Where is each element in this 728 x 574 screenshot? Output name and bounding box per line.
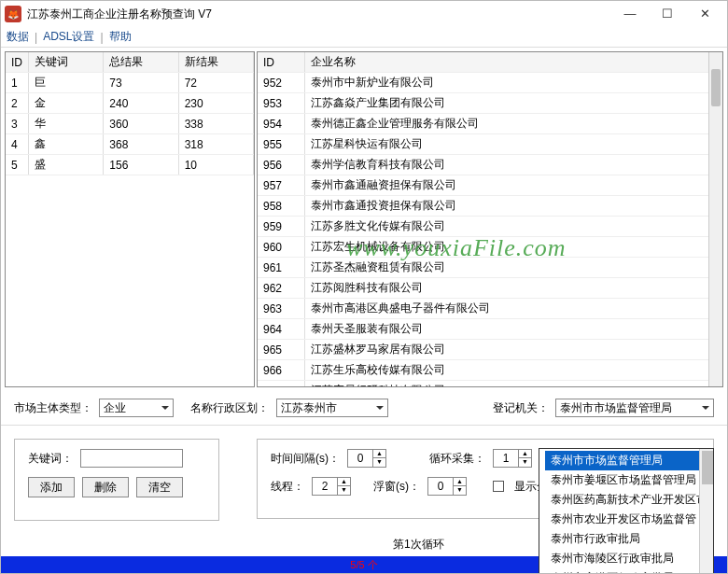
float-stepper[interactable]: 0▲▼ [427,477,467,496]
keyword-table-pane[interactable]: ID关键词总结果新结果 1巨73722金2402303华3603384鑫3683… [5,51,255,387]
dropdown-option[interactable]: 泰州市姜堰区市场监督管理局 [545,470,707,490]
table-row[interactable]: 960江苏宏生机械设备有限公司 [258,237,722,258]
loop-label: 循环采集： [429,451,485,467]
table-row[interactable]: 3华360338 [6,114,254,134]
menu-data[interactable]: 数据 [7,29,29,45]
dropdown-scrollbar[interactable] [699,449,713,574]
column-header[interactable]: 总结果 [104,52,178,73]
table-row[interactable]: 962江苏阅胜科技有限公司 [258,278,722,299]
table-row[interactable]: 1巨7372 [6,73,254,93]
table-row[interactable]: 967江苏宏晟行研科技有限公司 [258,381,722,388]
table-row[interactable]: 961江苏圣杰融资租赁有限公司 [258,258,722,278]
delete-button[interactable]: 删除 [82,477,129,497]
interval-stepper[interactable]: 0▲▼ [347,449,386,468]
show-all-checkbox[interactable] [493,481,504,492]
column-header[interactable]: 新结果 [178,52,253,73]
table-row[interactable]: 4鑫368318 [6,134,254,155]
menu-help[interactable]: 帮助 [109,29,132,45]
dropdown-option[interactable]: 泰州市高港区行政审批局 [545,568,707,574]
add-button[interactable]: 添加 [28,477,75,497]
table-row[interactable]: 956泰州学信教育科技有限公司 [258,155,722,175]
maximize-button[interactable]: ☐ [649,1,686,27]
minimize-button[interactable]: — [611,1,649,27]
table-row[interactable]: 964泰州天圣服装有限公司 [258,319,722,340]
registry-select[interactable]: 泰州市市场监督管理局 [555,399,714,417]
column-header[interactable]: 企业名称 [304,52,722,73]
table-row[interactable]: 959江苏多胜文化传媒有限公司 [258,217,722,237]
clear-button[interactable]: 清空 [136,477,183,497]
table-row[interactable]: 953江苏鑫焱产业集团有限公司 [258,93,722,114]
division-label: 名称行政区划： [190,401,269,414]
table-row[interactable]: 958泰州市鑫通投资担保有限公司 [258,196,722,217]
loop-stepper[interactable]: 1▲▼ [493,449,532,468]
type-label: 市场主体类型： [14,401,92,414]
dropdown-option[interactable]: 泰州市农业开发区市场监督管 [545,510,707,529]
keyword-label: 关键词： [28,451,73,467]
column-header[interactable]: ID [6,52,29,73]
filters-row: 市场主体类型： 企业 名称行政区划： 江苏泰州市 登记机关： 泰州市市场监督管理… [1,391,727,426]
table-row[interactable]: 965江苏盛林罗马家居有限公司 [258,340,722,360]
close-button[interactable]: ✕ [686,1,723,27]
table-row[interactable]: 2金240230 [6,93,254,114]
scrollbar[interactable] [708,52,722,386]
interval-label: 时间间隔(s)： [271,451,340,467]
float-label: 浮窗(s)： [373,479,420,495]
menu-adsl[interactable]: ADSL设置 [43,29,94,45]
column-header[interactable]: 关键词 [29,52,104,73]
titlebar: 🦊 江苏泰州工商企业注册名称预查询 V7 — ☐ ✕ [1,1,727,27]
registry-label: 登记机关： [493,401,549,414]
window-title: 江苏泰州工商企业注册名称预查询 V7 [27,7,611,22]
table-row[interactable]: 5盛15610 [6,155,254,175]
keyword-table: ID关键词总结果新结果 1巨73722金2402303华3603384鑫3683… [6,52,254,175]
dropdown-option[interactable]: 泰州市行政审批局 [545,529,707,549]
table-row[interactable]: 954泰州德正鑫企业管理服务有限公司 [258,114,722,134]
thread-stepper[interactable]: 2▲▼ [312,477,351,496]
column-header[interactable]: ID [258,52,304,73]
table-row[interactable]: 952泰州市中新炉业有限公司 [258,73,722,93]
app-icon: 🦊 [5,6,21,22]
dropdown-option[interactable]: 泰州市市场监督管理局 [545,451,707,470]
company-table: ID企业名称 952泰州市中新炉业有限公司953江苏鑫焱产业集团有限公司954泰… [258,52,722,387]
table-row[interactable]: 957泰州市鑫通融资担保有限公司 [258,175,722,196]
dropdown-option[interactable]: 泰州市海陵区行政审批局 [545,549,707,568]
table-row[interactable]: 955江苏星科快运有限公司 [258,134,722,155]
keyword-box: 关键词： 添加 删除 清空 [14,439,219,521]
division-select[interactable]: 江苏泰州市 [276,399,388,417]
registry-dropdown[interactable]: 泰州市市场监督管理局泰州市姜堰区市场监督管理局泰州医药高新技术产业开发区市泰州市… [539,448,714,574]
dropdown-option[interactable]: 泰州医药高新技术产业开发区市 [545,490,707,510]
type-select[interactable]: 企业 [99,399,174,417]
cycle-label: 第1次循环 [393,537,444,553]
company-table-pane[interactable]: ID企业名称 952泰州市中新炉业有限公司953江苏鑫焱产业集团有限公司954泰… [257,51,723,387]
table-row[interactable]: 966江苏生乐高校传媒有限公司 [258,360,722,381]
thread-label: 线程： [271,479,304,495]
table-row[interactable]: 963泰州市高港区典盛电子器件有限公司 [258,299,722,319]
keyword-input[interactable] [80,449,183,468]
menubar: 数据 | ADSL设置 | 帮助 [1,27,727,48]
